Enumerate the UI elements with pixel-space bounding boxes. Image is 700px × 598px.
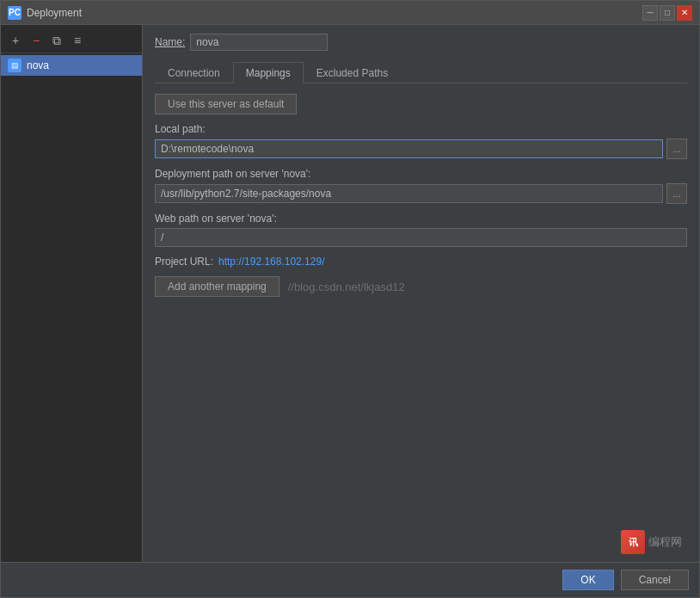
local-path-browse-button[interactable]: ... [666,139,687,159]
name-label: Name: [155,36,185,48]
local-path-row: ... [155,139,687,159]
ok-button[interactable]: OK [562,570,613,590]
settings-button[interactable]: ≡ [68,32,87,49]
server-icon: ▤ [8,59,21,72]
sidebar-toolbar: + − ⧉ ≡ [1,28,142,53]
deployment-path-browse-button[interactable]: ... [666,183,687,204]
local-path-label: Local path: [155,123,687,135]
web-path-row [155,228,687,247]
name-row: Name: [155,34,687,51]
deployment-dialog: PC Deployment ─ □ ✕ + − ⧉ ≡ ▤ nova [0,0,700,598]
add-mapping-button[interactable]: Add another mapping [155,276,279,297]
name-input[interactable] [190,34,328,51]
deployment-path-row: ... [155,183,687,204]
app-icon: PC [8,6,21,20]
title-bar: PC Deployment ─ □ ✕ [1,1,699,25]
copy-server-button[interactable]: ⧉ [47,32,66,49]
window-title: Deployment [27,7,642,19]
tabs-bar: Connection Mappings Excluded Paths [155,61,687,83]
window-controls: ─ □ ✕ [642,5,692,21]
dialog-footer: OK Cancel 讯 编程网 [1,562,699,597]
remove-server-button[interactable]: − [27,32,46,49]
project-url-row: Project URL: http://192.168.102.129/ [155,256,687,268]
deployment-path-label: Deployment path on server 'nova': [155,168,687,180]
local-path-input[interactable] [155,139,663,158]
tab-connection[interactable]: Connection [155,62,233,83]
mappings-tab-content: Use this server as default Local path: .… [155,94,687,553]
project-url-label: Project URL: [155,256,213,268]
minimize-button[interactable]: ─ [642,5,658,21]
maximize-button[interactable]: □ [660,5,675,21]
use-server-default-button[interactable]: Use this server as default [155,94,297,114]
sidebar: + − ⧉ ≡ ▤ nova [1,25,143,562]
cancel-button[interactable]: Cancel [621,570,689,590]
close-button[interactable]: ✕ [677,5,692,21]
project-url-link[interactable]: http://192.168.102.129/ [218,256,324,268]
main-content: Name: Connection Mappings Excluded Paths… [143,25,699,562]
watermark-text: //blog.csdn.net/lkjasd12 [288,281,405,293]
local-path-group: Local path: ... [155,123,687,159]
deployment-path-group: Deployment path on server 'nova': ... [155,168,687,204]
web-path-group: Web path on server 'nova': [155,213,687,247]
web-path-input[interactable] [155,228,687,247]
tab-mappings[interactable]: Mappings [233,62,304,83]
add-mapping-row: Add another mapping //blog.csdn.net/lkja… [155,276,687,297]
add-server-button[interactable]: + [6,32,25,49]
sidebar-item-label: nova [27,59,49,71]
web-path-label: Web path on server 'nova': [155,213,687,225]
tab-excluded-paths[interactable]: Excluded Paths [304,62,401,83]
sidebar-item-nova[interactable]: ▤ nova [1,55,142,76]
deployment-path-input[interactable] [155,184,663,203]
dialog-body: + − ⧉ ≡ ▤ nova Name: Connection Mappings… [1,25,699,562]
